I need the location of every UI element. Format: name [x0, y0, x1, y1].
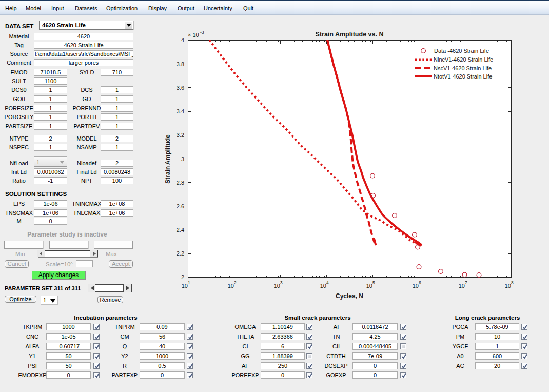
svg-text:2: 2 [181, 274, 184, 280]
svg-text:Strain Amplitude vs. N: Strain Amplitude vs. N [316, 31, 384, 38]
svg-text:× 10: × 10 [188, 32, 199, 38]
svg-text:10: 10 [228, 283, 234, 289]
svg-text:2.4: 2.4 [177, 227, 184, 233]
svg-text:3: 3 [280, 280, 283, 285]
svg-text:5: 5 [372, 280, 375, 285]
svg-text:3.4: 3.4 [177, 108, 184, 114]
svg-text:3.8: 3.8 [177, 61, 184, 67]
svg-text:1: 1 [188, 280, 190, 285]
svg-text:Data -4620 Strain Life: Data -4620 Strain Life [434, 48, 489, 54]
svg-text:10: 10 [182, 283, 188, 289]
svg-text:Cycles, N: Cycles, N [336, 292, 363, 300]
svg-text:10: 10 [366, 283, 372, 289]
svg-text:NscV1-4620 Strain Life: NscV1-4620 Strain Life [434, 65, 492, 71]
svg-text:10: 10 [459, 283, 465, 289]
svg-text:2: 2 [234, 280, 237, 285]
svg-text:NincV1-4620 Strain Life: NincV1-4620 Strain Life [434, 56, 493, 63]
svg-text:4: 4 [181, 37, 184, 43]
svg-text:6: 6 [419, 280, 421, 285]
svg-text:Strain Amplitude: Strain Amplitude [164, 134, 171, 184]
svg-text:2.6: 2.6 [177, 203, 184, 209]
svg-text:7: 7 [465, 280, 467, 285]
svg-text:4: 4 [326, 280, 329, 285]
svg-text:-3: -3 [200, 30, 204, 35]
svg-text:8: 8 [511, 280, 514, 285]
svg-text:3: 3 [181, 156, 184, 162]
svg-text:10: 10 [274, 283, 280, 289]
svg-text:2.2: 2.2 [177, 250, 184, 257]
svg-text:3.2: 3.2 [177, 132, 184, 138]
svg-text:NtotV1-4620 Strain Life: NtotV1-4620 Strain Life [434, 73, 492, 80]
svg-text:3.6: 3.6 [177, 85, 184, 91]
svg-text:10: 10 [320, 283, 326, 289]
svg-text:2.8: 2.8 [177, 180, 184, 186]
svg-text:10: 10 [413, 283, 419, 289]
svg-text:10: 10 [505, 283, 511, 289]
